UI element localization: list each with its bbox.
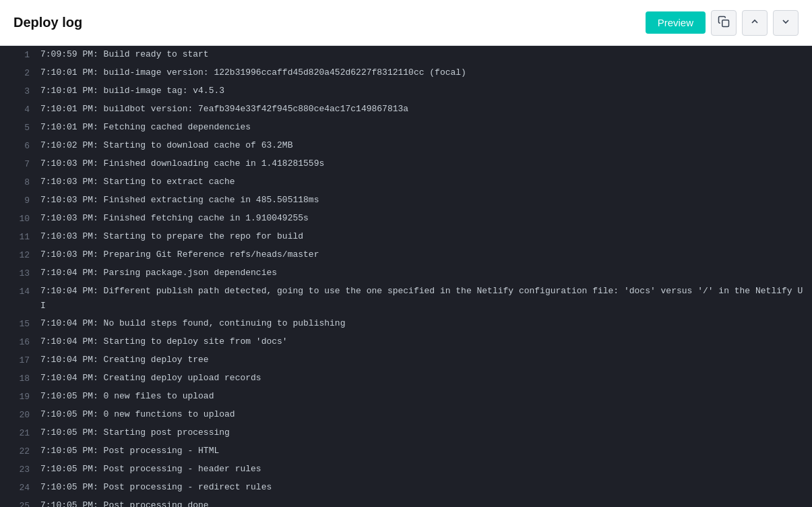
log-row: 157:10:04 PM: No build steps found, cont… — [0, 315, 812, 333]
line-number: 25 — [0, 497, 40, 507]
log-row: 97:10:03 PM: Finished extracting cache i… — [0, 191, 812, 210]
line-content: 7:10:03 PM: Finished fetching cache in 1… — [40, 210, 812, 227]
line-content: 7:10:03 PM: Starting to extract cache — [40, 173, 812, 191]
line-content: 7:10:04 PM: Different publish path detec… — [40, 282, 812, 315]
log-row: 147:10:04 PM: Different publish path det… — [0, 282, 812, 315]
log-row: 247:10:05 PM: Post processing - redirect… — [0, 479, 812, 497]
down-arrow-icon — [780, 16, 791, 30]
scroll-down-button[interactable] — [773, 10, 799, 36]
line-content: 7:10:05 PM: Post processing - redirect r… — [40, 479, 812, 496]
log-row: 127:10:03 PM: Preparing Git Reference re… — [0, 246, 812, 264]
line-number: 14 — [0, 282, 40, 301]
log-row: 67:10:02 PM: Starting to download cache … — [0, 137, 812, 155]
line-content: 7:10:02 PM: Starting to download cache o… — [40, 137, 812, 154]
log-row: 257:10:05 PM: Post processing done — [0, 497, 812, 507]
line-content: 7:10:03 PM: Preparing Git Reference refs… — [40, 246, 812, 264]
line-content: 7:10:05 PM: 0 new files to upload — [40, 388, 812, 405]
scroll-up-button[interactable] — [742, 10, 768, 36]
log-row: 177:10:04 PM: Creating deploy tree — [0, 351, 812, 369]
line-number: 9 — [0, 191, 40, 210]
log-row: 137:10:04 PM: Parsing package.json depen… — [0, 264, 812, 282]
log-row: 37:10:01 PM: build-image tag: v4.5.3 — [0, 82, 812, 100]
header: Deploy log Preview — [0, 0, 812, 46]
line-number: 16 — [0, 333, 40, 351]
log-row: 77:10:03 PM: Finished downloading cache … — [0, 155, 812, 173]
line-number: 12 — [0, 246, 40, 264]
log-row: 227:10:05 PM: Post processing - HTML — [0, 442, 812, 460]
log-row: 117:10:03 PM: Starting to prepare the re… — [0, 228, 812, 246]
line-number: 4 — [0, 100, 40, 119]
line-number: 3 — [0, 82, 40, 100]
line-content: 7:10:03 PM: Starting to prepare the repo… — [40, 228, 812, 245]
log-row: 47:10:01 PM: buildbot version: 7eafb394e… — [0, 100, 812, 119]
preview-button[interactable]: Preview — [646, 11, 706, 34]
header-actions: Preview — [646, 10, 799, 36]
log-row: 17:09:59 PM: Build ready to start — [0, 46, 812, 64]
line-number: 20 — [0, 406, 40, 424]
line-content: 7:10:05 PM: Post processing - header rul… — [40, 460, 812, 478]
line-content: 7:10:04 PM: Creating deploy upload recor… — [40, 369, 812, 387]
line-content: 7:10:04 PM: No build steps found, contin… — [40, 315, 812, 332]
line-number: 21 — [0, 424, 40, 442]
log-row: 197:10:05 PM: 0 new files to upload — [0, 388, 812, 406]
line-content: 7:10:04 PM: Creating deploy tree — [40, 351, 812, 369]
page-title: Deploy log — [13, 15, 82, 30]
line-content: 7:09:59 PM: Build ready to start — [40, 46, 812, 63]
copy-button[interactable] — [711, 10, 737, 36]
line-number: 19 — [0, 388, 40, 406]
log-row: 237:10:05 PM: Post processing - header r… — [0, 460, 812, 479]
line-content: 7:10:01 PM: build-image version: 122b319… — [40, 64, 812, 82]
line-content: 7:10:01 PM: Fetching cached dependencies — [40, 119, 812, 136]
log-row: 207:10:05 PM: 0 new functions to upload — [0, 406, 812, 424]
line-content: 7:10:05 PM: Starting post processing — [40, 424, 812, 442]
line-content: 7:10:05 PM: Post processing done — [40, 497, 812, 507]
line-number: 7 — [0, 155, 40, 173]
svg-rect-0 — [722, 20, 729, 26]
line-number: 5 — [0, 119, 40, 137]
line-content: 7:10:05 PM: Post processing - HTML — [40, 442, 812, 460]
line-number: 13 — [0, 264, 40, 282]
copy-icon — [718, 16, 730, 30]
line-number: 6 — [0, 137, 40, 155]
log-row: 167:10:04 PM: Starting to deploy site fr… — [0, 333, 812, 351]
line-content: 7:10:03 PM: Finished extracting cache in… — [40, 191, 812, 209]
line-number: 18 — [0, 369, 40, 388]
up-arrow-icon — [749, 16, 760, 30]
log-row: 107:10:03 PM: Finished fetching cache in… — [0, 210, 812, 228]
line-number: 15 — [0, 315, 40, 333]
line-content: 7:10:04 PM: Starting to deploy site from… — [40, 333, 812, 351]
line-number: 8 — [0, 173, 40, 191]
line-content: 7:10:01 PM: build-image tag: v4.5.3 — [40, 82, 812, 100]
line-number: 17 — [0, 351, 40, 369]
line-number: 24 — [0, 479, 40, 497]
line-number: 10 — [0, 210, 40, 228]
line-number: 11 — [0, 228, 40, 246]
line-number: 22 — [0, 442, 40, 460]
log-row: 27:10:01 PM: build-image version: 122b31… — [0, 64, 812, 82]
line-content: 7:10:01 PM: buildbot version: 7eafb394e3… — [40, 100, 812, 118]
line-content: 7:10:05 PM: 0 new functions to upload — [40, 406, 812, 423]
log-container: 17:09:59 PM: Build ready to start27:10:0… — [0, 46, 812, 507]
line-number: 23 — [0, 460, 40, 479]
log-row: 217:10:05 PM: Starting post processing — [0, 424, 812, 442]
log-row: 57:10:01 PM: Fetching cached dependencie… — [0, 119, 812, 137]
line-number: 2 — [0, 64, 40, 82]
log-row: 187:10:04 PM: Creating deploy upload rec… — [0, 369, 812, 388]
line-number: 1 — [0, 46, 40, 64]
log-row: 87:10:03 PM: Starting to extract cache — [0, 173, 812, 191]
line-content: 7:10:03 PM: Finished downloading cache i… — [40, 155, 812, 173]
line-content: 7:10:04 PM: Parsing package.json depende… — [40, 264, 812, 282]
